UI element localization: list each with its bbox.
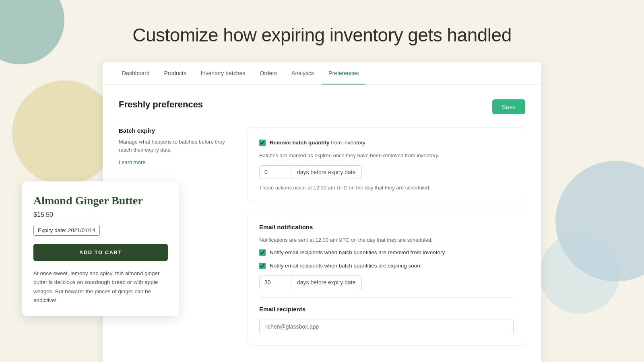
remove-batch-label: Remove batch quantity from inventory [270, 139, 365, 147]
add-to-cart-button[interactable]: ADD TO CART [33, 244, 168, 261]
left-col: Batch expiry Manage what happens to batc… [119, 127, 231, 166]
notify2-row: Notify email recipients when batch quant… [259, 262, 514, 270]
batch-expiry-helper-text: These actions occur at 12:00 am UTC on t… [259, 185, 514, 191]
tab-preferences[interactable]: Preferences [322, 62, 365, 84]
days-input-row-2: days before expiry date [259, 276, 514, 289]
batch-expiry-panel-desc: Batches are marked as expired once they … [259, 152, 514, 160]
two-col-layout: Batch expiry Manage what happens to batc… [119, 127, 525, 356]
main-card: Dashboard Products Inventory batches Ord… [103, 62, 541, 362]
email-notifications-panel: Email notifications Notifications are se… [248, 212, 525, 346]
remove-batch-checkbox[interactable] [259, 140, 266, 146]
email-recipients-label: Email recipients [259, 306, 514, 313]
notify2-label: Notify email recipients when batch quant… [270, 262, 421, 270]
save-button[interactable]: Save [492, 99, 525, 114]
tab-analytics[interactable]: Analytics [285, 62, 320, 84]
email-recipients-input[interactable] [259, 319, 514, 334]
days-input-row-1: days before expiry date [259, 165, 514, 179]
content-header: Freshly preferences Save [119, 99, 525, 114]
expiry-badge: Expiry date: 2021/01/14 [33, 225, 100, 236]
batch-expiry-desc: Manage what happens to batches before th… [119, 138, 231, 154]
page-title: Customize how expiring inventory gets ha… [0, 0, 644, 62]
tab-dashboard[interactable]: Dashboard [116, 62, 156, 84]
batch-expiry-label: Batch expiry [119, 127, 231, 134]
right-col: Remove batch quantity from inventory Bat… [248, 127, 525, 356]
tab-orders[interactable]: Orders [253, 62, 283, 84]
notify1-checkbox[interactable] [259, 249, 266, 256]
days-before-expiry-input-1[interactable] [259, 165, 291, 179]
product-desc: At once sweet, lemony and spicy, this al… [33, 269, 168, 305]
notify1-label: Notify email recipients when batch quant… [270, 249, 446, 257]
tab-products[interactable]: Products [158, 62, 193, 84]
section-title: Freshly preferences [119, 99, 203, 110]
tab-inventory-batches[interactable]: Inventory batches [194, 62, 252, 84]
nav-tabs: Dashboard Products Inventory batches Ord… [103, 62, 541, 85]
days-label-1: days before expiry date [291, 165, 362, 179]
batch-expiry-panel: Remove batch quantity from inventory Bat… [248, 127, 525, 202]
remove-batch-row: Remove batch quantity from inventory [259, 139, 514, 147]
product-card: Almond Ginger Butter $15.50 Expiry date:… [22, 181, 179, 316]
notify2-checkbox[interactable] [259, 263, 266, 269]
product-price: $15.50 [33, 211, 168, 218]
panel-separator [259, 297, 514, 298]
days-label-2: days before expiry date [291, 276, 362, 289]
learn-more-link[interactable]: Learn more [119, 159, 145, 165]
bg-shape-blue-right2 [539, 233, 620, 314]
product-name: Almond Ginger Butter [33, 194, 168, 207]
email-notifications-title: Email notifications [259, 224, 514, 230]
email-notifications-desc: Notifications are sent at 12:00 am UTC o… [259, 236, 514, 244]
content-area: Freshly preferences Save Batch expiry Ma… [103, 85, 541, 362]
days-before-expiry-input-2[interactable] [259, 276, 291, 289]
bg-shape-yellow [12, 80, 117, 185]
notify1-row: Notify email recipients when batch quant… [259, 249, 514, 257]
